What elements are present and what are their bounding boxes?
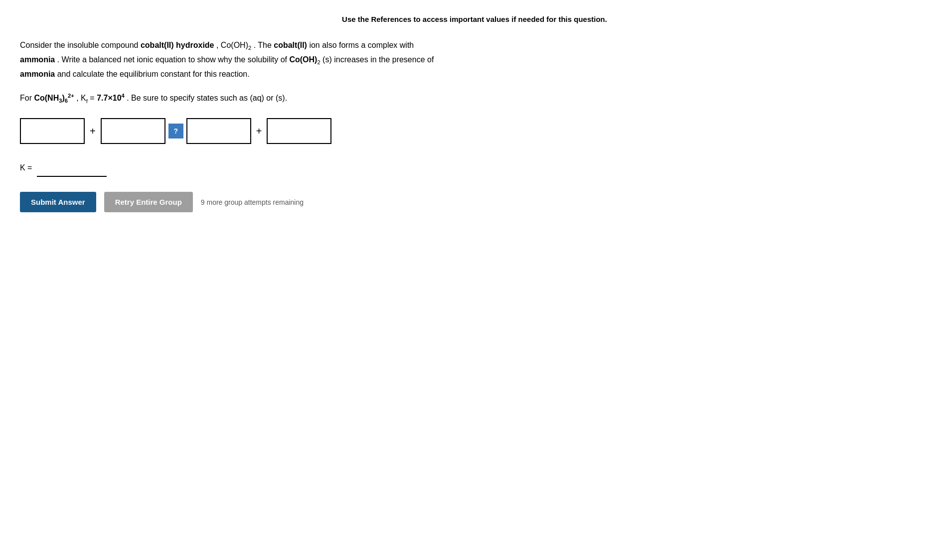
question-text-4: ion also forms a complex with [307,41,414,49]
button-row: Submit Answer Retry Entire Group 9 more … [20,192,929,212]
ammonia-bold-2: ammonia [20,70,55,78]
kf-text-3: = [88,94,97,102]
kf-line: For Co(NH3)62+ , Kf = 7.7×104 . Be sure … [20,91,929,106]
k-input[interactable] [37,159,107,177]
question-paragraph: Consider the insoluble compound cobalt(I… [20,38,718,81]
question-text-7: and calculate the equilibrium constant f… [55,70,249,78]
question-text-3: . The [251,41,274,49]
question-text-1: Consider the insoluble compound [20,41,141,49]
cobalt-bold: cobalt(II) [274,41,307,49]
question-text-5: . Write a balanced net ionic equation to… [55,55,289,64]
attempts-remaining-text: 9 more group attempts remaining [201,198,304,206]
kf-value-bold: 7.7×10 [97,94,121,102]
compound-bold: cobalt(II) hydroxide [141,41,214,49]
question-text-6: (s) increases in the presence of [320,55,434,64]
cooh-bold: Co(OH) [289,55,317,64]
kf-text-1: For [20,94,34,102]
submit-answer-button[interactable]: Submit Answer [20,192,96,212]
reference-note: Use the References to access important v… [20,15,929,23]
question-text-2: , Co(OH) [214,41,248,49]
plus-sign-1: + [88,126,98,137]
k-row: K = [20,159,929,177]
plus-sign-2: + [254,126,264,137]
complex-sup: 2+ [68,93,74,99]
equation-input-2[interactable] [101,118,165,144]
complex-bold: Co(NH [34,94,59,102]
retry-entire-group-button[interactable]: Retry Entire Group [104,192,193,212]
equation-input-3[interactable] [186,118,251,144]
equation-row: + ? + [20,118,929,144]
equation-input-1[interactable] [20,118,85,144]
equation-input-4[interactable] [267,118,331,144]
k-label: K = [20,163,32,172]
arrow-button[interactable]: ? [168,124,183,139]
kf-text-2: , K [74,94,86,102]
kf-text-4: . Be sure to specify states such as (aq)… [125,94,287,102]
ammonia-bold-1: ammonia [20,55,55,64]
